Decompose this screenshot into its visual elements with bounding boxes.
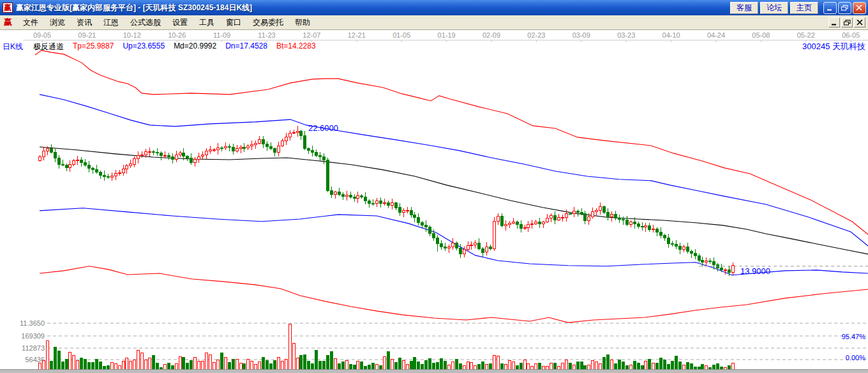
candle-body — [678, 247, 681, 250]
candle-body — [708, 261, 711, 262]
menu-trade-delegate[interactable]: 交易委托 — [247, 15, 289, 30]
axis-value-label: 112873 — [22, 344, 45, 352]
candle-body — [523, 227, 526, 229]
candle-body — [285, 137, 287, 141]
horizontal-scrollbar[interactable] — [0, 369, 868, 373]
candle-body — [118, 172, 121, 174]
candle-body — [648, 226, 650, 229]
candle-body — [156, 153, 158, 153]
candle-body — [266, 144, 268, 147]
candle-body — [171, 157, 174, 159]
candle-body — [614, 214, 617, 218]
date-tick-label: 02-09 — [483, 31, 500, 39]
kline-chart-canvas[interactable]: 09-0509-2110-1210-2611-0911-2312-0712-21… — [0, 0, 868, 373]
candle-body — [572, 211, 575, 214]
candle-body — [500, 217, 503, 226]
indicator-value-md: Md=20.9992 — [174, 42, 216, 52]
candle-body — [602, 207, 605, 213]
candle-body — [421, 223, 423, 225]
candle-body — [269, 147, 272, 149]
menu-settings[interactable]: 设置 — [167, 15, 193, 30]
indicator-name: 极反通道 — [33, 42, 64, 52]
candle-body — [633, 222, 636, 224]
candle-body — [197, 156, 200, 160]
menu-file[interactable]: 文件 — [17, 15, 44, 30]
menu-gann[interactable]: 江恩 — [98, 15, 124, 30]
candle-body — [122, 169, 124, 172]
mdi-restore-button[interactable] — [841, 17, 853, 27]
candle-body — [629, 222, 632, 224]
candle-body — [512, 222, 514, 223]
date-tick-label: 01-05 — [393, 31, 410, 39]
candle-body — [190, 158, 192, 162]
menu-news[interactable]: 资讯 — [71, 15, 98, 30]
volume-bar — [46, 341, 49, 372]
volume-bar — [54, 347, 56, 372]
candle-body — [534, 222, 537, 224]
candle-body — [299, 132, 302, 136]
candle-body — [193, 160, 196, 162]
date-tick-label: 10-12 — [123, 31, 141, 39]
menu-browse[interactable]: 浏览 — [44, 15, 71, 30]
candle-body — [576, 211, 579, 213]
candle-body — [224, 146, 227, 148]
candle-body — [80, 160, 82, 163]
candle-body — [349, 195, 352, 197]
candle-body — [444, 247, 446, 248]
candle-body — [383, 203, 385, 204]
candle-body — [701, 261, 703, 263]
candle-body — [455, 243, 458, 248]
menu-formula-stock-picker[interactable]: 公式选股 — [124, 15, 167, 30]
indicator-value-bt: Bt=14.2283 — [276, 42, 316, 52]
candle-body — [152, 152, 154, 153]
candle-body — [391, 203, 393, 206]
candle-body — [413, 215, 415, 218]
candle-body — [76, 160, 79, 161]
candle-body — [338, 192, 340, 195]
indicator-readout: 极反通道 Tp=25.9887Up=23.6555Md=20.9992Dn=17… — [33, 42, 316, 52]
candle-body — [46, 148, 49, 151]
candle-body — [641, 227, 643, 227]
candle-body — [205, 151, 207, 155]
candle-body — [236, 149, 238, 151]
candle-body — [371, 203, 374, 204]
forum-button[interactable]: 论坛 — [760, 2, 788, 14]
minimize-button[interactable] — [823, 2, 837, 14]
percent-label: 95.47% — [842, 333, 866, 340]
candle-body — [546, 218, 548, 222]
candle-body — [497, 217, 499, 222]
close-button[interactable] — [853, 2, 866, 14]
app-icon: 赢 — [3, 3, 13, 13]
menu-tools[interactable]: 工具 — [193, 15, 220, 30]
candle-body — [580, 213, 583, 214]
axis-value-label: 11.3650 — [20, 319, 45, 327]
candle-body — [561, 217, 564, 218]
customer-service-button[interactable]: 客服 — [730, 2, 758, 14]
restore-button[interactable] — [838, 2, 851, 14]
candle-body — [659, 232, 662, 235]
channel-line-dn — [40, 208, 868, 275]
candle-body — [281, 141, 283, 146]
homepage-button[interactable]: 主页 — [790, 2, 818, 14]
candle-body — [625, 220, 628, 224]
candle-body — [330, 191, 333, 195]
mdi-close-button[interactable] — [854, 17, 865, 27]
candle-body — [179, 153, 181, 155]
candle-body — [360, 196, 363, 197]
candle-body — [387, 203, 389, 206]
candle-body — [485, 247, 488, 252]
menu-window[interactable]: 窗口 — [220, 15, 247, 30]
channel-line-up — [40, 95, 868, 246]
candle-body — [144, 152, 147, 155]
date-tick-label: 11-09 — [213, 31, 230, 39]
candle-body — [724, 270, 726, 271]
candle-body — [610, 214, 613, 217]
candle-body — [538, 222, 541, 224]
candle-body — [410, 211, 412, 215]
mdi-minimize-button[interactable] — [828, 17, 840, 27]
candle-body — [303, 135, 306, 149]
candle-body — [520, 225, 522, 229]
menu-help[interactable]: 帮助 — [289, 15, 316, 30]
candle-body — [508, 223, 511, 224]
candle-body — [467, 245, 469, 249]
